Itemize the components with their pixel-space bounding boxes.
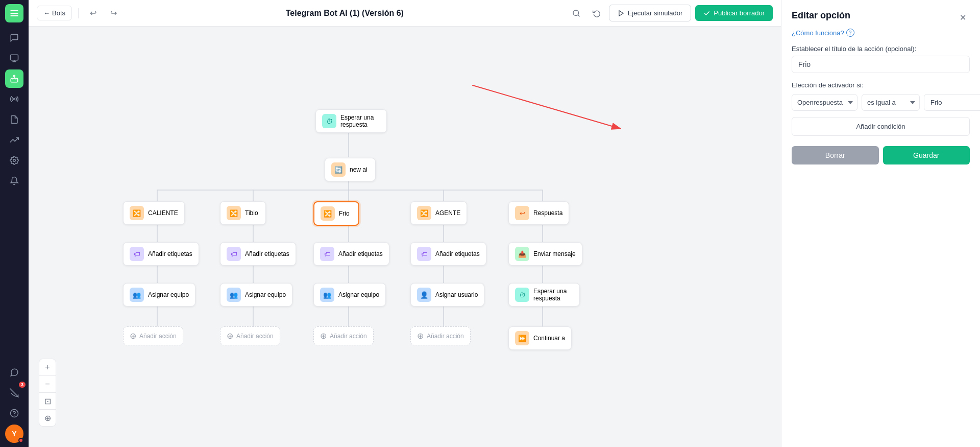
node-agente[interactable]: 🔀 AGENTE [410,201,467,225]
publish-button[interactable]: Publicar borrador [695,5,773,21]
simulate-button[interactable]: Ejecutar simulador [609,5,692,21]
zoom-in-button[interactable]: + [39,359,56,375]
node-tib-equipo-label: Asignar equipo [245,291,286,298]
sidebar-item-settings[interactable] [5,151,23,170]
node-wait-label: Esperar unarespuesta [340,114,374,128]
back-arrow-icon: ← [43,9,50,17]
node-enviar-icon: 📤 [515,247,529,261]
undo-button[interactable]: ↩ [85,5,101,21]
condition-source-select[interactable]: Openrespuesta [792,94,857,111]
panel-header: Editar opción ✕ [792,10,970,25]
node-respuesta-label: Respuesta [533,209,562,217]
broadcast-badge: 3 [19,382,26,388]
node-frio-icon: 🔀 [321,206,335,221]
back-to-bots-button[interactable]: ← Bots [37,6,72,20]
node-caliente-label: CALIENTE [148,209,178,217]
node-new-ai[interactable]: 🔄 new ai [325,158,376,181]
sidebar-item-bot[interactable] [5,69,23,88]
sidebar-item-notes[interactable] [5,110,23,129]
svg-marker-7 [619,10,623,16]
node-fri-equipo[interactable]: 👥 Asignar equipo [313,283,386,307]
node-cal-equipo-icon: 👥 [130,288,144,302]
add-icon-fri: ⊕ [320,331,327,341]
condition-value-input[interactable] [924,94,980,111]
node-res-esperar[interactable]: ⏱ Esperar unarespuesta [508,283,580,307]
help-icon: ? [846,29,854,37]
add-action-fri-label: Añadir acción [330,333,367,340]
zoom-reset-button[interactable]: ⊕ [39,410,56,426]
node-wait-response[interactable]: ⏱ Esperar unarespuesta [315,109,387,133]
add-action-fri[interactable]: ⊕ Añadir acción [313,326,374,345]
node-cal-equipo[interactable]: 👥 Asignar equipo [123,283,195,307]
node-tibio-icon: 🔀 [227,206,241,220]
delete-option-button[interactable]: Borrar [792,146,879,164]
node-cal-etiquetas[interactable]: 🏷 Añadir etiquetas [123,242,199,266]
redo-button[interactable]: ↪ [105,5,121,21]
add-condition-button[interactable]: Añadir condición [792,117,970,136]
node-fri-equipo-icon: 👥 [320,288,334,302]
svg-rect-0 [11,55,18,60]
node-respuesta[interactable]: ↩ Respuesta [508,201,569,225]
sidebar-logo[interactable] [5,4,23,22]
sidebar-item-bell[interactable] [5,172,23,190]
node-frio[interactable]: 🔀 Frio [313,201,359,226]
svg-point-4 [13,159,16,162]
node-tib-equipo-icon: 👥 [227,288,241,302]
node-caliente-icon: 🔀 [130,206,144,220]
node-newai-icon: 🔄 [331,162,346,177]
node-age-usuario[interactable]: 👤 Asignar usuario [410,283,484,307]
node-age-etiquetas-label: Añadir etiquetas [435,250,480,257]
search-button[interactable] [568,5,584,21]
node-caliente[interactable]: 🔀 CALIENTE [123,201,185,225]
node-tibio-label: Tibio [245,209,258,217]
action-title-input[interactable] [792,56,970,73]
action-title-label: Establecer el título de la acción (opcio… [792,45,970,53]
node-age-etiquetas[interactable]: 🏷 Añadir etiquetas [410,242,486,266]
topbar-separator [78,8,79,18]
svg-line-32 [473,85,621,129]
avatar-status-dot [18,438,23,443]
sidebar-item-whatsapp[interactable] [5,363,23,382]
node-wait-icon: ⏱ [322,114,336,128]
zoom-fit-button[interactable]: ⊡ [39,393,56,409]
node-newai-label: new ai [350,166,368,173]
node-tib-etiquetas-icon: 🏷 [227,247,241,261]
node-frio-label: Frio [339,210,350,217]
condition-operator-select[interactable]: es igual a contiene no contiene empieza … [862,94,920,111]
avatar[interactable]: Y [5,425,23,443]
node-agente-icon: 🔀 [417,206,431,220]
node-continuar[interactable]: ⏩ Continuar a [508,326,572,350]
add-action-cal[interactable]: ⊕ Añadir acción [123,326,183,345]
sidebar-item-broadcast[interactable] [5,90,23,108]
red-arrow [29,27,641,435]
sidebar-item-chat[interactable] [5,29,23,47]
node-enviar-mensaje[interactable]: 📤 Enviar mensaje [508,242,582,266]
sidebar-item-inbox[interactable] [5,49,23,67]
node-fri-etiquetas[interactable]: 🏷 Añadir etiquetas [313,242,389,266]
add-action-tib-label: Añadir acción [236,333,274,340]
node-respuesta-icon: ↩ [515,206,529,220]
zoom-out-button[interactable]: − [39,376,56,392]
history-button[interactable] [589,5,605,21]
topbar: ← Bots ↩ ↪ Telegram Bot AI (1) (Versión … [29,0,781,27]
sidebar-item-help[interactable] [5,404,23,422]
sidebar-item-broadcast2[interactable]: 3 [5,384,23,402]
topbar-right-actions: Ejecutar simulador Publicar borrador [568,5,773,21]
panel-close-button[interactable]: ✕ [955,10,970,25]
node-age-usuario-icon: 👤 [417,288,431,302]
node-tib-etiquetas[interactable]: 🏷 Añadir etiquetas [220,242,296,266]
connector-lines [29,27,641,435]
main-content: ← Bots ↩ ↪ Telegram Bot AI (1) (Versión … [29,0,781,447]
zoom-controls: + − ⊡ ⊕ [39,359,56,427]
save-option-button[interactable]: Guardar [883,146,970,164]
add-action-age[interactable]: ⊕ Añadir acción [410,326,471,345]
node-tibio[interactable]: 🔀 Tibio [220,201,266,225]
sidebar-item-trending[interactable] [5,131,23,149]
how-it-works-link[interactable]: ¿Cómo funciona? ? [792,29,970,37]
add-action-tib[interactable]: ⊕ Añadir acción [220,326,280,345]
panel-actions: Borrar Guardar [792,146,970,164]
node-tib-equipo[interactable]: 👥 Asignar equipo [220,283,292,307]
add-icon-age: ⊕ [417,331,424,341]
canvas-area[interactable]: ⏱ Esperar unarespuesta 🔄 new ai 🔀 CALIEN… [29,27,781,447]
panel-title: Editar opción [792,10,850,21]
